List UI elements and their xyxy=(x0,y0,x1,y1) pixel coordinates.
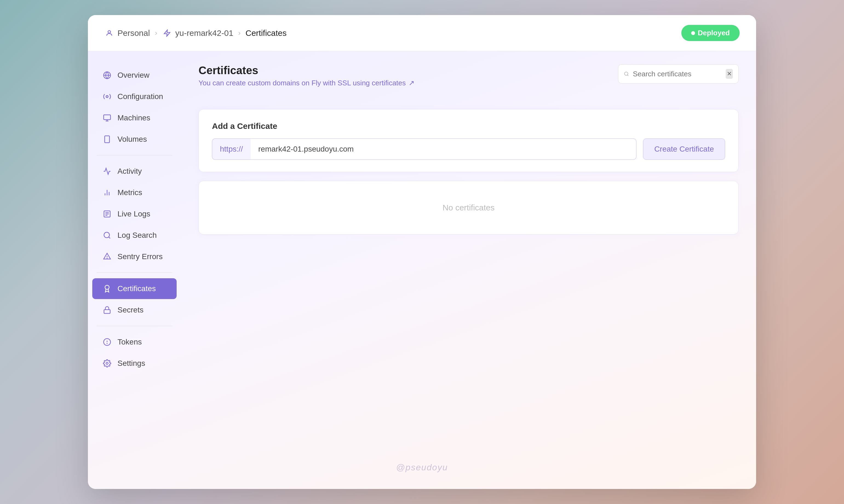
sidebar-item-machines[interactable]: Machines xyxy=(92,108,177,128)
domain-input[interactable] xyxy=(251,139,636,160)
sidebar-item-sentry-errors[interactable]: Sentry Errors xyxy=(92,246,177,267)
create-certificate-button[interactable]: Create Certificate xyxy=(643,139,725,160)
sidebar-item-certificates[interactable]: Certificates xyxy=(92,278,177,299)
settings-label: Settings xyxy=(118,359,145,368)
log-search-icon xyxy=(102,230,112,240)
page-title-group: Certificates You can create custom domai… xyxy=(199,64,415,98)
personal-icon xyxy=(104,28,114,38)
watermark: @pseudoyu xyxy=(396,463,448,472)
machines-icon xyxy=(102,113,112,123)
sidebar-divider-2 xyxy=(97,272,172,273)
sidebar-group-1: Overview Configuration Machines xyxy=(88,65,181,150)
svg-rect-22 xyxy=(104,310,110,313)
sidebar-item-activity[interactable]: Activity xyxy=(92,161,177,182)
secrets-label: Secrets xyxy=(118,306,143,314)
certificates-label: Certificates xyxy=(118,284,156,293)
sidebar-item-overview[interactable]: Overview xyxy=(92,65,177,86)
overview-label: Overview xyxy=(118,71,150,79)
sidebar-item-metrics[interactable]: Metrics xyxy=(92,182,177,203)
machines-label: Machines xyxy=(118,113,150,122)
volumes-label: Volumes xyxy=(118,135,147,144)
no-certificates-label: No certificates xyxy=(443,203,495,212)
search-icon xyxy=(624,70,629,77)
https-prefix: https:// xyxy=(212,139,251,160)
svg-point-21 xyxy=(105,285,109,289)
breadcrumb-personal[interactable]: Personal xyxy=(104,28,150,38)
configuration-label: Configuration xyxy=(118,92,163,101)
search-box[interactable]: ✕ xyxy=(618,64,739,84)
search-input[interactable] xyxy=(633,70,722,78)
deployed-label: Deployed xyxy=(698,29,730,37)
log-search-label: Log Search xyxy=(118,231,157,240)
sidebar-item-configuration[interactable]: Configuration xyxy=(92,86,177,107)
settings-icon xyxy=(102,358,112,368)
sidebar-item-settings[interactable]: Settings xyxy=(92,353,177,374)
tokens-icon xyxy=(102,337,112,347)
breadcrumb-app-label: yu-remark42-01 xyxy=(175,29,233,38)
sidebar-group-2: Activity Metrics Live Logs xyxy=(88,161,181,267)
app-window: Personal › yu-remark42-01 › Certificates… xyxy=(88,15,756,489)
secrets-icon xyxy=(102,305,112,315)
subtitle-link-icon: ↗ xyxy=(409,79,415,87)
sidebar-item-secrets[interactable]: Secrets xyxy=(92,300,177,320)
volumes-icon xyxy=(102,134,112,144)
cert-input-row: https:// Create Certificate xyxy=(212,139,725,160)
sidebar-divider-1 xyxy=(97,155,172,156)
svg-point-0 xyxy=(108,30,110,33)
svg-line-28 xyxy=(627,75,628,76)
activity-label: Activity xyxy=(118,167,142,176)
page-title: Certificates xyxy=(199,64,415,77)
svg-rect-8 xyxy=(105,136,109,143)
activity-icon xyxy=(102,166,112,176)
sentry-icon xyxy=(102,252,112,262)
sidebar-item-log-search[interactable]: Log Search xyxy=(92,225,177,246)
breadcrumb-sep-2: › xyxy=(238,29,241,37)
configuration-icon xyxy=(102,92,112,102)
svg-point-17 xyxy=(104,232,109,238)
svg-line-18 xyxy=(109,237,110,238)
no-certificates-area: No certificates xyxy=(199,181,739,234)
deployed-badge: Deployed xyxy=(681,25,740,41)
live-logs-icon xyxy=(102,209,112,219)
metrics-icon xyxy=(102,188,112,198)
svg-point-27 xyxy=(624,72,628,75)
breadcrumb-personal-label: Personal xyxy=(118,29,150,38)
page-subtitle[interactable]: You can create custom domains on Fly wit… xyxy=(199,79,415,87)
add-cert-title: Add a Certificate xyxy=(212,122,725,131)
breadcrumb-app[interactable]: yu-remark42-01 xyxy=(162,28,233,38)
add-certificate-card: Add a Certificate https:// Create Certif… xyxy=(199,109,739,172)
sidebar-item-live-logs[interactable]: Live Logs xyxy=(92,203,177,224)
svg-rect-5 xyxy=(104,115,110,120)
breadcrumb: Personal › yu-remark42-01 › Certificates xyxy=(104,28,287,38)
app-icon xyxy=(162,28,172,38)
sidebar-group-3: Certificates Secrets xyxy=(88,278,181,320)
overview-icon xyxy=(102,70,112,80)
metrics-label: Metrics xyxy=(118,188,142,197)
certificates-icon xyxy=(102,284,112,293)
main-content: Certificates You can create custom domai… xyxy=(181,51,756,489)
svg-point-26 xyxy=(106,362,108,364)
sidebar-group-4: Tokens Settings xyxy=(88,331,181,374)
search-clear-button[interactable]: ✕ xyxy=(726,69,733,79)
sentry-errors-label: Sentry Errors xyxy=(118,252,163,261)
page-subtitle-text: You can create custom domains on Fly wit… xyxy=(199,79,406,87)
header: Personal › yu-remark42-01 › Certificates… xyxy=(88,15,756,51)
sidebar-item-tokens[interactable]: Tokens xyxy=(92,331,177,353)
sidebar-item-volumes[interactable]: Volumes xyxy=(92,129,177,150)
sidebar: Overview Configuration Machines xyxy=(88,51,181,489)
svg-point-25 xyxy=(107,343,107,343)
breadcrumb-sep-1: › xyxy=(155,29,157,37)
svg-marker-1 xyxy=(164,30,170,36)
body: Overview Configuration Machines xyxy=(88,51,756,489)
breadcrumb-page: Certificates xyxy=(246,29,287,38)
tokens-label: Tokens xyxy=(118,338,142,346)
breadcrumb-page-label: Certificates xyxy=(246,29,287,38)
live-logs-label: Live Logs xyxy=(118,210,150,218)
page-header-row: Certificates You can create custom domai… xyxy=(199,64,739,98)
